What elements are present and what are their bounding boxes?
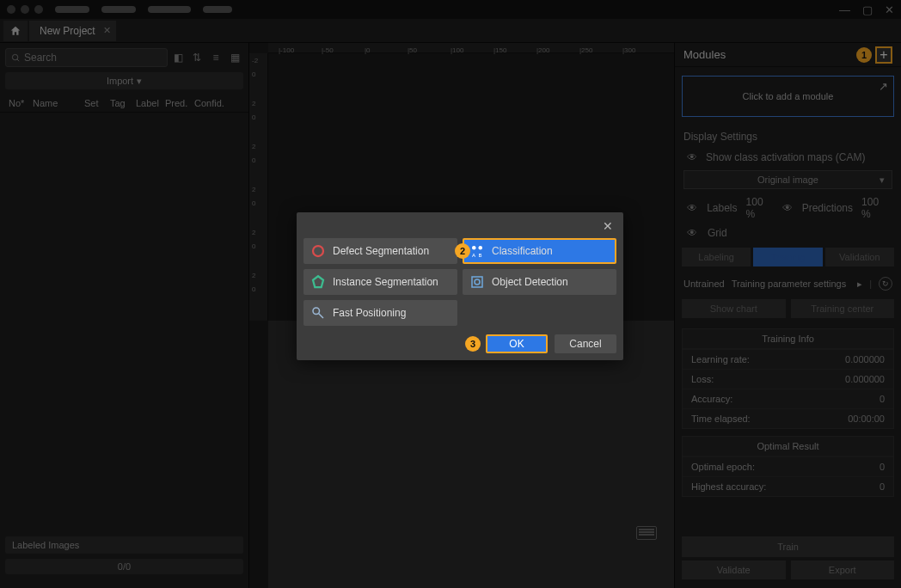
callout-badge-2: 2 (455, 243, 470, 259)
ok-button[interactable]: OK (486, 334, 548, 353)
svg-point-10 (313, 308, 320, 315)
svg-point-4 (479, 246, 483, 250)
dialog-close-icon[interactable]: ✕ (603, 219, 613, 233)
module-fast-positioning[interactable]: Fast Positioning (303, 300, 457, 326)
classification-icon: AB (469, 243, 485, 259)
fast-pos-icon (310, 305, 326, 321)
svg-point-2 (313, 246, 323, 256)
svg-text:A: A (472, 253, 475, 258)
defect-seg-icon (310, 243, 326, 259)
svg-marker-7 (313, 276, 323, 287)
module-picker-dialog: ✕ Defect Segmentation 2 AB Classificatio… (297, 212, 623, 360)
module-object-detection[interactable]: Object Detection (463, 269, 616, 295)
svg-text:B: B (479, 253, 482, 258)
svg-line-11 (319, 314, 323, 318)
instance-seg-icon (310, 274, 326, 290)
module-defect-segmentation[interactable]: Defect Segmentation (303, 238, 457, 264)
module-classification[interactable]: 2 AB Classification (463, 238, 616, 264)
svg-point-3 (472, 246, 476, 250)
object-det-icon (469, 274, 485, 290)
svg-rect-8 (472, 277, 482, 287)
callout-badge-3: 3 (465, 336, 481, 352)
cancel-button[interactable]: Cancel (555, 334, 616, 353)
module-instance-segmentation[interactable]: Instance Segmentation (303, 269, 457, 295)
svg-point-9 (475, 279, 480, 285)
